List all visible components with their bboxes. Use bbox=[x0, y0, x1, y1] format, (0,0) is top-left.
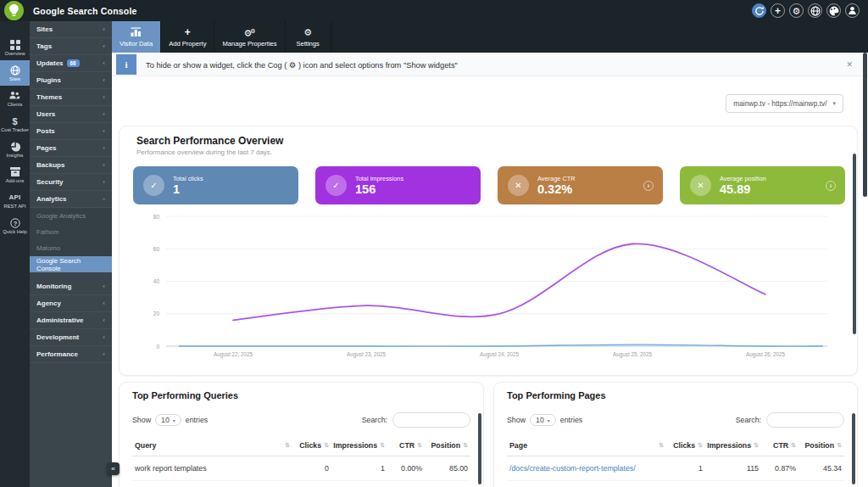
page-title: Google Search Console bbox=[33, 0, 137, 21]
column-header-clicks[interactable]: Clicks⇅ bbox=[666, 435, 705, 456]
sidebar-item-performance[interactable]: Performance‹ bbox=[30, 346, 112, 363]
column-header-label: Clicks bbox=[299, 441, 321, 450]
page-length-dropdown[interactable]: 10▾ bbox=[155, 414, 181, 426]
svg-text:0: 0 bbox=[156, 344, 159, 350]
chevron-down-icon: ▾ bbox=[832, 100, 836, 107]
column-header-query[interactable]: Query⇅ bbox=[132, 435, 292, 456]
settings-button[interactable]: ⚙ bbox=[789, 3, 804, 18]
page-length-value: 10 bbox=[536, 416, 544, 424]
column-header-ctr[interactable]: CTR⇅ bbox=[761, 435, 798, 456]
sidebar-item-label: Pages bbox=[36, 144, 57, 152]
column-header-label: CTR bbox=[399, 441, 415, 450]
sidebar-item-monitoring[interactable]: Monitoring‹ bbox=[30, 278, 112, 295]
sidebar-subitem-google-search-console[interactable]: Google Search Console bbox=[30, 256, 112, 272]
notice-close-icon[interactable]: ✕ bbox=[846, 53, 853, 76]
main-menu-item-label: Overview bbox=[4, 51, 25, 56]
column-header-impressions[interactable]: Impressions⇅ bbox=[705, 435, 761, 456]
main-menu-item-quick-help[interactable]: ?Quick Help bbox=[0, 213, 30, 238]
column-header-position[interactable]: Position⇅ bbox=[798, 435, 844, 456]
sidebar-item-backups[interactable]: Backups‹ bbox=[30, 157, 112, 174]
widget-scrollbar[interactable] bbox=[853, 154, 856, 334]
sidebar-item-label: Monitoring bbox=[36, 283, 71, 290]
sidebar-item-label: Analytics bbox=[36, 195, 67, 203]
sidebar-item-pages[interactable]: Pages‹ bbox=[30, 140, 112, 157]
sidebar-item-development[interactable]: Development‹ bbox=[30, 329, 112, 346]
users-icon bbox=[9, 90, 20, 101]
sidebar-item-users[interactable]: Users‹ bbox=[30, 106, 112, 123]
tab-manage-properties[interactable]: ⚙⚙Manage Properties bbox=[214, 21, 285, 53]
stat-label: Average CTR bbox=[537, 175, 576, 182]
value-cell: 0.87% bbox=[761, 456, 798, 481]
performance-chart: 020406080August 22, 2025August 23, 2025A… bbox=[128, 211, 857, 362]
column-header-impressions[interactable]: Impressions⇅ bbox=[331, 435, 387, 456]
top-pages-table: Page⇅Clicks⇅Impressions⇅CTR⇅Position⇅/do… bbox=[507, 435, 844, 487]
chevron-down-icon: ▾ bbox=[548, 417, 550, 423]
theme-button[interactable] bbox=[826, 3, 841, 18]
svg-text:80: 80 bbox=[153, 214, 160, 220]
table-scrollbar[interactable] bbox=[478, 413, 481, 484]
widget-subtitle: Performance overview during the last 7 d… bbox=[136, 148, 272, 156]
sync-button[interactable] bbox=[752, 3, 766, 18]
main-menu-item-clients[interactable]: Clients bbox=[0, 86, 30, 111]
page-link[interactable]: /docs/premium-plugin-updates-not-detecte… bbox=[507, 481, 666, 487]
main-menu-item-overview[interactable]: Overview bbox=[0, 35, 30, 60]
main-menu-item-rest-api[interactable]: APIREST API bbox=[0, 188, 30, 213]
sidebar-item-themes[interactable]: Themes‹ bbox=[30, 89, 112, 106]
sidebar-item-administrative[interactable]: Administrative‹ bbox=[30, 312, 112, 329]
main-menu-item-cost-tracker[interactable]: $Cost Tracker bbox=[0, 111, 30, 137]
main-menu-item-label: Clients bbox=[8, 102, 23, 107]
tab-settings[interactable]: ⚙Settings bbox=[286, 21, 331, 53]
query-cell: wordpress plugins not showing in dashboa… bbox=[132, 481, 292, 487]
sidebar-item-analytics[interactable]: Analytics‹ bbox=[30, 191, 112, 208]
mainwp-logo-icon[interactable] bbox=[4, 1, 24, 20]
chevron-icon: ‹ bbox=[103, 144, 105, 152]
sort-icon: ⇅ bbox=[324, 442, 329, 449]
site-selector-dropdown[interactable]: mainwp.tv - https://mainwp.tv/ ▾ bbox=[726, 94, 843, 113]
main-menu-item-sites[interactable]: Sites bbox=[0, 60, 30, 86]
pie-icon bbox=[10, 141, 20, 152]
main-menu-item-insights[interactable]: Insights bbox=[0, 137, 30, 162]
column-header-label: Clicks bbox=[673, 441, 695, 450]
page-length-dropdown[interactable]: 10▾ bbox=[530, 414, 556, 426]
sidebar-item-posts[interactable]: Posts‹ bbox=[30, 123, 112, 140]
add-button[interactable]: + bbox=[771, 3, 785, 18]
sidebar-subitem-google-analytics[interactable]: Google Analytics bbox=[30, 208, 112, 224]
value-cell: 0 bbox=[666, 481, 705, 487]
column-header-ctr[interactable]: CTR⇅ bbox=[387, 435, 425, 456]
column-header-page[interactable]: Page⇅ bbox=[507, 435, 666, 456]
sidebar-subitem-fathom[interactable]: Fathom bbox=[30, 224, 112, 240]
sidebar-collapse-button[interactable]: « bbox=[107, 462, 120, 475]
column-header-clicks[interactable]: Clicks⇅ bbox=[292, 435, 331, 456]
tab-add-property[interactable]: +Add Property bbox=[161, 21, 214, 53]
account-button[interactable] bbox=[845, 3, 860, 18]
sidebar-item-tags[interactable]: Tags‹ bbox=[30, 38, 112, 55]
chevron-icon: ‹ bbox=[103, 93, 105, 101]
main-content: i To hide or show a widget, click the Co… bbox=[112, 53, 868, 487]
search-input[interactable] bbox=[766, 412, 844, 428]
column-header-label: Position bbox=[804, 441, 834, 450]
sidebar-item-updates[interactable]: Updates66‹ bbox=[30, 55, 112, 72]
sidebar-item-sites[interactable]: Sites‹ bbox=[30, 21, 112, 38]
sites-button[interactable] bbox=[808, 3, 822, 18]
gear-icon: ⚙ bbox=[793, 6, 801, 16]
table-scrollbar[interactable] bbox=[852, 413, 855, 484]
globe-icon bbox=[810, 6, 821, 16]
tab-visitor-data[interactable]: Visitor Data bbox=[112, 21, 161, 53]
sidebar-item-security[interactable]: Security‹ bbox=[30, 174, 112, 191]
search-label: Search: bbox=[362, 416, 387, 424]
user-icon bbox=[848, 6, 857, 15]
info-icon[interactable]: i bbox=[826, 181, 836, 191]
search-input[interactable] bbox=[392, 412, 470, 428]
show-label: Show bbox=[132, 416, 151, 424]
gear-icon: ⚙ bbox=[303, 27, 312, 38]
page-link[interactable]: /docs/create-custom-report-templates/ bbox=[507, 456, 666, 481]
sidebar-item-plugins[interactable]: Plugins‹ bbox=[30, 72, 112, 89]
value-cell: 45.34 bbox=[798, 456, 844, 481]
info-icon[interactable]: i bbox=[643, 181, 654, 191]
page-scrollbar[interactable] bbox=[863, 53, 867, 197]
column-header-position[interactable]: Position⇅ bbox=[425, 435, 470, 456]
sidebar-subitem-matomo[interactable]: Matomo bbox=[30, 240, 112, 256]
sidebar-item-agency[interactable]: Agency‹ bbox=[30, 295, 112, 312]
main-menu-item-add-ons[interactable]: Add-ons bbox=[0, 162, 30, 188]
sidebar-item-label: Agency bbox=[36, 299, 61, 307]
